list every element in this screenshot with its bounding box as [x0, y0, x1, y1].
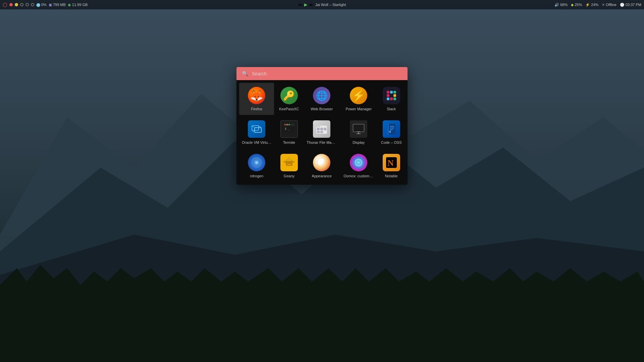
termite-icon: $ _: [280, 120, 298, 138]
taskbar: ⬡ ⬤ 0% ▣ 799 MB ◉ 11.99 GB ⏮ ▶ ⏭ Jai Wol…: [0, 0, 644, 9]
volume-stat: 🔊 68%: [554, 3, 568, 7]
svg-rect-55: [284, 161, 286, 163]
volume-icon: 🔊: [554, 3, 559, 7]
webbrowser-icon: 🌐: [313, 87, 330, 104]
play-button[interactable]: ▶: [304, 2, 307, 7]
svg-rect-37: [387, 124, 389, 134]
app-item-slack[interactable]: Slack: [378, 83, 405, 115]
app-label-geany: Geany: [284, 174, 294, 178]
search-icon: 🔍: [242, 70, 249, 77]
appearance-icon: [313, 154, 330, 171]
app-item-firefox[interactable]: 🦊 Firefox: [239, 83, 274, 115]
svg-point-58: [355, 159, 362, 166]
codeoss-icon: [383, 120, 400, 138]
svg-rect-6: [387, 91, 389, 94]
app-item-nitrogen[interactable]: nitrogen: [239, 150, 274, 182]
app-label-powermanager: Power Manager: [345, 107, 372, 111]
prev-button[interactable]: ⏮: [298, 2, 302, 7]
svg-rect-51: [287, 164, 291, 165]
app-item-geany[interactable]: Geany: [275, 150, 303, 182]
network-icon: ✕: [602, 3, 605, 7]
arch-logo-icon[interactable]: ⬡: [3, 2, 7, 8]
svg-rect-12: [393, 98, 396, 100]
svg-rect-27: [320, 128, 323, 130]
app-label-appearance: Appearance: [312, 174, 332, 178]
app-label-slack: Slack: [387, 107, 396, 111]
app-label-firefox: Firefox: [251, 107, 262, 111]
svg-rect-30: [320, 131, 323, 133]
dot-3: [20, 3, 23, 6]
svg-text:N: N: [387, 158, 394, 168]
apps-grid: 🦊 Firefox 🔑 KeePassXC 🌐 Web Browser ⚡ Po…: [236, 80, 408, 185]
svg-point-57: [317, 158, 326, 167]
search-bar[interactable]: 🔍: [236, 67, 408, 80]
app-item-virtualbox[interactable]: Oracle VM Virtu…: [239, 116, 274, 148]
battery-icon: ⚡: [585, 3, 590, 7]
svg-point-49: [287, 160, 288, 161]
track-name: Jai Wolf – Starlight: [315, 3, 346, 7]
display-icon: [350, 120, 367, 138]
clock-value: 03:37 PM: [626, 3, 641, 7]
svg-rect-32: [353, 124, 364, 132]
notable-icon: N: [383, 154, 400, 171]
svg-marker-4: [0, 265, 644, 362]
app-item-oomox[interactable]: Oomox: customiz…: [341, 150, 376, 182]
app-item-codeoss[interactable]: Code – OSS: [378, 116, 405, 148]
app-item-appearance[interactable]: Appearance: [304, 150, 339, 182]
taskbar-center: ⏮ ▶ ⏭ Jai Wolf – Starlight: [298, 2, 346, 7]
disk-icon: ◉: [68, 3, 71, 7]
powermanager-icon: ⚡: [350, 87, 367, 104]
app-item-powermanager[interactable]: ⚡ Power Manager: [341, 83, 376, 115]
svg-rect-52: [288, 164, 288, 165]
cpu2-value: 25%: [575, 3, 582, 7]
app-label-keepassxc: KeePassXC: [279, 107, 299, 111]
app-item-notable[interactable]: N Notable: [378, 150, 405, 182]
svg-rect-56: [292, 161, 294, 163]
taskbar-right: 🔊 68% ◆ 25% ⚡ 24% ✕ Offline 🕐 03:37 PM: [554, 3, 641, 7]
svg-rect-5: [387, 94, 389, 97]
app-label-thunar: Thunar File Man…: [307, 140, 337, 144]
app-label-termite: Termite: [283, 140, 295, 144]
next-button[interactable]: ⏭: [309, 2, 313, 7]
svg-point-21: [284, 124, 286, 125]
disk-value: 11.99 GB: [72, 3, 88, 7]
svg-rect-53: [290, 164, 290, 165]
network-stat: ✕ Offline: [602, 3, 616, 7]
ram-value: 799 MB: [53, 3, 66, 7]
ram-stat: ▣ 799 MB: [49, 3, 66, 7]
svg-rect-26: [317, 128, 320, 130]
app-label-display: Display: [353, 140, 365, 144]
cpu2-stat: ◆ 25%: [571, 3, 582, 7]
app-label-notable: Notable: [385, 174, 398, 178]
nitrogen-icon: [248, 154, 265, 171]
search-input[interactable]: [252, 71, 402, 76]
app-label-virtualbox: Oracle VM Virtu…: [242, 140, 271, 144]
app-item-thunar[interactable]: Thunar File Man…: [304, 116, 339, 148]
thunar-icon: [313, 120, 330, 138]
ram-icon: ▣: [49, 3, 52, 7]
dot-5: [31, 3, 34, 6]
network-value: Offline: [606, 3, 616, 7]
app-item-webbrowser[interactable]: 🌐 Web Browser: [304, 83, 339, 115]
volume-value: 68%: [560, 3, 568, 7]
app-label-codeoss: Code – OSS: [381, 140, 402, 144]
app-label-nitrogen: nitrogen: [250, 174, 263, 178]
svg-point-50: [290, 160, 291, 161]
svg-point-44: [255, 161, 258, 164]
svg-rect-28: [324, 128, 326, 130]
svg-point-22: [286, 124, 288, 125]
app-item-termite[interactable]: $ _ Termite: [275, 116, 303, 148]
app-item-display[interactable]: Display: [341, 116, 376, 148]
svg-rect-7: [390, 91, 393, 94]
cpu-value: 0%: [41, 3, 47, 7]
app-label-oomox: Oomox: customiz…: [343, 174, 374, 178]
svg-rect-54: [288, 157, 290, 159]
oomox-icon: [350, 154, 367, 171]
cpu-icon: ⬤: [36, 3, 40, 7]
svg-rect-11: [387, 98, 389, 100]
clock-icon: 🕐: [620, 3, 625, 7]
dot-1: [9, 3, 13, 6]
svg-point-23: [288, 124, 290, 125]
app-item-keepassxc[interactable]: 🔑 KeePassXC: [275, 83, 303, 115]
svg-rect-9: [393, 94, 396, 97]
